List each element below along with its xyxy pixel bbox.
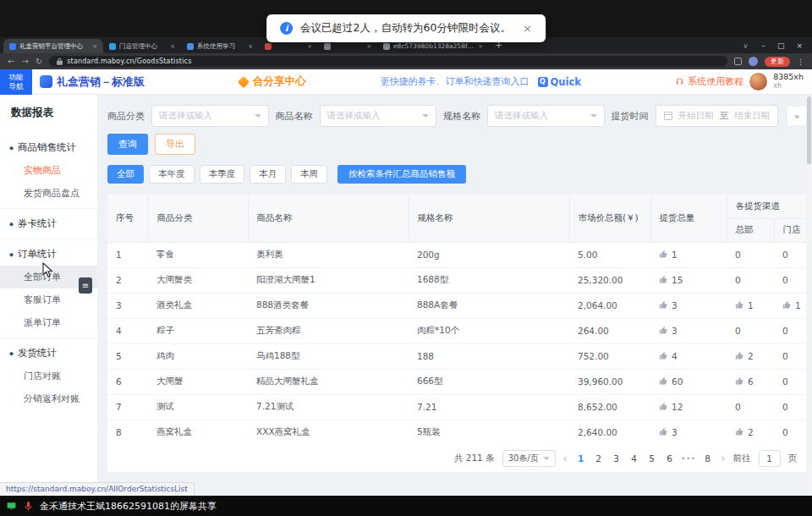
back-icon[interactable] <box>8 58 14 66</box>
tab-close-icon[interactable] <box>307 43 312 50</box>
quick-entry-tip: 更快捷的券卡、订单和快递查询入口 <box>381 75 529 88</box>
category-select[interactable]: 请选择或输入 <box>151 105 269 127</box>
tab-title: 系统使用学习 <box>197 42 244 51</box>
table-cell: 1688型 <box>409 267 569 293</box>
table-cell: 8,652.00 <box>569 394 650 420</box>
table-cell: 25,320.00 <box>569 267 650 293</box>
export-button[interactable]: 导出 <box>155 134 195 155</box>
user-info[interactable]: 8385xh xh <box>773 73 804 90</box>
product-name-select[interactable]: 请选择或输入 <box>320 105 437 127</box>
quick-tab-year[interactable]: 本年度 <box>149 165 195 184</box>
quick-link[interactable]: Q Quick <box>538 76 581 88</box>
quick-tab-month[interactable]: 本月 <box>250 165 286 184</box>
browser-update-badge[interactable]: 更新 <box>765 57 790 67</box>
page-number[interactable]: 2 <box>593 453 605 464</box>
table-cell: 阳澄湖大闸蟹1 <box>248 267 409 293</box>
select-placeholder: 请选择或输入 <box>495 110 548 122</box>
prev-page-icon[interactable] <box>563 453 568 464</box>
search-button[interactable]: 查询 <box>107 134 148 155</box>
extensions-icon[interactable] <box>734 58 742 65</box>
table-cell: 666型 <box>409 369 569 394</box>
tab-title: 门店管理中心 <box>119 42 167 51</box>
channel-count: 2 <box>748 351 754 361</box>
page-number[interactable]: 3 <box>611 453 623 464</box>
sidebar-group-label-order-stats[interactable]: 订单统计 <box>0 243 97 266</box>
tab-close-icon[interactable] <box>366 43 371 50</box>
collapse-filters-icon[interactable] <box>787 107 806 125</box>
sidebar-nav: 商品销售统计 实物商品 发货商品盘点 券卡统计 订单统计 <box>0 133 97 414</box>
summary-by-filter-button[interactable]: 按检索条件汇总商品销售额 <box>337 165 466 184</box>
page-number[interactable]: 8 <box>702 453 714 464</box>
tutorial-link[interactable]: 系统使用教程 <box>675 75 743 88</box>
next-page-icon[interactable] <box>721 453 726 464</box>
table-cell: 大闸蟹类 <box>148 267 248 293</box>
filter-label-pickup-time: 提货时间 <box>612 110 649 123</box>
reload-icon[interactable] <box>36 58 42 66</box>
goto-suffix: 页 <box>788 453 798 464</box>
thumb-up-icon <box>659 300 668 310</box>
maximize-button[interactable] <box>771 41 791 50</box>
table-cell: 奥利奥 <box>248 242 409 267</box>
scrollbar-thumb[interactable] <box>807 96 811 164</box>
user-avatar[interactable] <box>749 73 767 91</box>
table-cell: 188 <box>409 343 569 369</box>
tab-search-icon[interactable] <box>743 42 749 50</box>
sidebar-item-store-reconciliation[interactable]: 门店对账 <box>0 365 97 387</box>
col-header-index: 序号 <box>107 195 148 242</box>
browser-profile-avatar[interactable] <box>749 57 758 66</box>
sidebar-item-physical-goods[interactable]: 实物商品 <box>0 159 97 182</box>
monitor-icon <box>6 501 17 512</box>
page-size-select[interactable]: 30条/页 <box>502 450 556 467</box>
browser-menu-icon[interactable] <box>797 58 804 66</box>
thumb-up-icon <box>782 300 792 310</box>
table-cell: 888酒类套餐 <box>248 293 409 318</box>
browser-tab[interactable]: 系统使用学习 <box>181 39 259 53</box>
tab-close-icon[interactable] <box>92 43 97 50</box>
forward-icon[interactable] <box>21 58 28 66</box>
tab-close-icon[interactable] <box>478 43 483 50</box>
page-number[interactable]: 4 <box>628 453 640 464</box>
sidebar-group-label-coupon-stats[interactable]: 券卡统计 <box>0 212 97 235</box>
minimize-button[interactable] <box>755 41 771 50</box>
page-ellipsis[interactable]: ••• <box>682 455 696 463</box>
quick-tab-quarter[interactable]: 本季度 <box>200 165 245 184</box>
sidebar-drag-handle[interactable] <box>79 277 92 294</box>
close-window-button[interactable] <box>790 41 809 50</box>
date-range-picker[interactable]: 开始日期 至 结束日期 <box>656 105 779 127</box>
sidebar-group-label-shipping-stats[interactable]: 发货统计 <box>0 342 97 365</box>
select-placeholder: 请选择或输入 <box>327 110 381 122</box>
share-center-link[interactable]: 合分享中心 <box>239 74 306 89</box>
sidebar-item-shipment-inventory[interactable]: 发货商品盘点 <box>0 182 97 205</box>
thumb-up-icon <box>659 427 668 436</box>
quick-tab-week[interactable]: 本周 <box>291 165 327 184</box>
goto-page-input[interactable] <box>759 450 781 467</box>
spec-name-select[interactable]: 请选择或输入 <box>487 105 605 127</box>
page-number[interactable]: 5 <box>646 453 658 464</box>
sidebar-item-dispatch-orders[interactable]: 派单订单 <box>0 311 97 334</box>
page-number[interactable]: 1 <box>575 453 587 464</box>
quick-tab-all[interactable]: 全部 <box>107 165 144 184</box>
table-cell: 燕窝礼盒 <box>148 420 248 445</box>
toast-close-icon[interactable] <box>523 22 532 35</box>
url-bar[interactable]: standard.maboy.cn/GoodsStatistics <box>49 56 727 67</box>
user-name: 8385xh <box>773 73 804 82</box>
function-nav-button[interactable]: 功能 导航 <box>0 69 32 95</box>
tab-close-icon[interactable] <box>248 43 253 50</box>
browser-tab-active[interactable]: 礼盒营销平台管理中心 <box>3 39 103 53</box>
channel-count: 3 <box>672 300 678 310</box>
table-body: 1零食奥利奥200g5.001002大闸蟹类阳澄湖大闸蟹11688型25,320… <box>107 242 812 445</box>
channel-count: 1 <box>672 250 678 260</box>
tab-close-icon[interactable] <box>170 43 175 50</box>
main-panel: 商品分类 请选择或输入 商品名称 请选择或输入 规格名称 请选择或输入 提货时间 <box>97 95 812 496</box>
sidebar-group-label-product-sales[interactable]: 商品销售统计 <box>0 136 97 159</box>
thumb-up-icon <box>659 351 668 360</box>
tab-title: e8c573980b1328a258fd2e6f <box>393 42 475 50</box>
page-number[interactable]: 6 <box>664 453 676 464</box>
vertical-scrollbar[interactable] <box>806 95 812 496</box>
tab-favicon <box>383 43 390 50</box>
table-cell: 8 <box>107 420 148 445</box>
table-row: 8燕窝礼盒XXX燕窝礼盒5瓶装2,640.00320 <box>107 420 812 445</box>
tab-title: 礼盒营销平台管理中心 <box>19 42 89 51</box>
sidebar-item-rebate-reconciliation[interactable]: 分销返利对账 <box>0 387 97 410</box>
browser-tab[interactable]: 门店管理中心 <box>103 39 181 53</box>
